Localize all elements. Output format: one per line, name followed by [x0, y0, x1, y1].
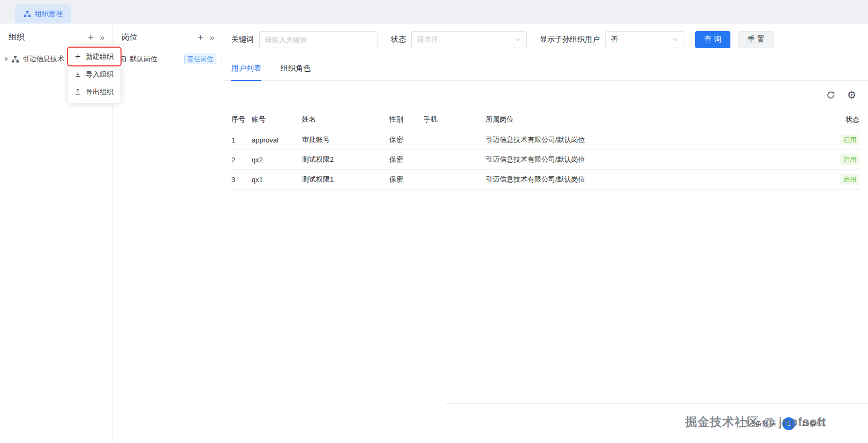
- keyword-input[interactable]: [259, 31, 378, 48]
- status-label: 状态: [391, 35, 406, 44]
- top-tab-bar: 组织管理: [0, 0, 868, 24]
- menu-item-export-organization[interactable]: 导出组织: [68, 83, 120, 101]
- position-item-label: 默认岗位: [130, 54, 157, 64]
- position-list-item[interactable]: 默认岗位 责任岗位: [113, 50, 222, 68]
- chevron-down-icon: [672, 36, 678, 43]
- table-row: 2 qx2 测试权限2 保密 引迈信息技术有限公司/默认岗位 启用: [231, 150, 859, 170]
- cell-position: 引迈信息技术有限公司/默认岗位: [486, 175, 827, 184]
- content-tabs: 用户列表 组织角色: [223, 56, 868, 81]
- cell-name: 测试权限2: [302, 155, 389, 164]
- collapse-panel-icon[interactable]: »: [100, 33, 104, 41]
- reset-button[interactable]: 重 置: [738, 31, 774, 48]
- chevron-down-icon: [515, 36, 521, 43]
- cell-name: 审批账号: [302, 135, 389, 145]
- menu-item-label: 导入组织: [86, 70, 114, 79]
- cell-index: 1: [231, 136, 252, 144]
- export-upload-icon: [74, 88, 81, 95]
- cell-index: 3: [231, 176, 252, 184]
- pagination-total: 共3条数据: [744, 419, 776, 429]
- filter-bar: 关键词 状态 请选择 显示子孙组织用户 否 查 询 重 置: [223, 24, 868, 56]
- add-position-icon[interactable]: +: [198, 33, 203, 42]
- responsible-position-tag: 责任岗位: [184, 54, 216, 64]
- status-select-placeholder: 请选择: [417, 35, 515, 44]
- user-table: 序号 账号 姓名 性别 手机 所属岗位 状态 1 approval 审批账号 保…: [223, 109, 868, 190]
- status-select[interactable]: 请选择: [411, 31, 527, 48]
- add-organization-icon[interactable]: +: [88, 33, 94, 42]
- menu-item-new-organization[interactable]: 新建组织: [68, 48, 120, 65]
- status-badge: 启用: [840, 134, 859, 145]
- collapse-position-panel-icon[interactable]: »: [210, 33, 214, 41]
- status-badge: 启用: [840, 174, 859, 185]
- org-chart-icon: [24, 10, 31, 18]
- col-account: 账号: [252, 115, 302, 124]
- cell-position: 引迈信息技术有限公司/默认岗位: [486, 135, 827, 145]
- cell-position: 引迈信息技术有限公司/默认岗位: [486, 155, 827, 164]
- org-tree-item-label: 引迈信息技术: [22, 54, 64, 64]
- organization-panel-header: 组织 + »: [0, 24, 112, 48]
- position-panel-header: 岗位 + »: [113, 24, 222, 48]
- pagination-bar: 共3条数据 1 10条/页: [446, 403, 868, 443]
- cell-account: qx1: [252, 176, 302, 184]
- keyword-label: 关键词: [231, 35, 254, 44]
- table-row: 3 qx1 测试权限1 保密 引迈信息技术有限公司/默认岗位 启用: [231, 170, 859, 190]
- gear-icon[interactable]: ⚙: [847, 90, 856, 100]
- tab-org-management[interactable]: 组织管理: [15, 4, 71, 24]
- descendant-users-label: 显示子孙组织用户: [540, 35, 600, 44]
- cell-index: 2: [231, 156, 252, 164]
- col-position: 所属岗位: [486, 115, 827, 124]
- cell-gender: 保密: [389, 155, 424, 164]
- descendant-users-select[interactable]: 否: [605, 31, 684, 48]
- status-badge: 启用: [840, 154, 859, 165]
- plus-icon: [74, 53, 81, 60]
- organization-panel-title: 组织: [9, 32, 88, 42]
- cell-account: qx2: [252, 156, 302, 164]
- pagination-page-1[interactable]: 1: [782, 417, 795, 430]
- cell-account: approval: [252, 136, 302, 144]
- cell-gender: 保密: [389, 135, 424, 145]
- position-panel: 岗位 + » 默认岗位 责任岗位: [113, 24, 222, 443]
- col-gender: 性别: [389, 115, 424, 124]
- tree-expand-caret-icon[interactable]: [5, 57, 8, 61]
- pagination-page-size[interactable]: 10条/页: [802, 419, 825, 429]
- organization-context-menu: 新建组织 导入组织 导出组织: [68, 46, 120, 103]
- col-name: 姓名: [302, 115, 389, 124]
- refresh-icon[interactable]: [826, 91, 835, 100]
- descendant-users-value: 否: [611, 35, 672, 44]
- menu-item-label: 导出组织: [86, 87, 114, 97]
- tab-label: 组织管理: [35, 9, 63, 19]
- tab-user-list[interactable]: 用户列表: [231, 56, 261, 80]
- main-content: 关键词 状态 请选择 显示子孙组织用户 否 查 询 重 置 用户列表 组织角色 …: [223, 24, 868, 443]
- menu-item-import-organization[interactable]: 导入组织: [68, 65, 120, 83]
- col-index: 序号: [231, 115, 252, 124]
- table-toolbar: ⚙: [223, 81, 868, 109]
- tab-org-roles[interactable]: 组织角色: [281, 56, 311, 80]
- org-node-icon: [11, 55, 19, 63]
- position-panel-title: 岗位: [122, 32, 198, 42]
- search-button[interactable]: 查 询: [695, 31, 730, 48]
- menu-item-label: 新建组织: [86, 52, 114, 62]
- table-row: 1 approval 审批账号 保密 引迈信息技术有限公司/默认岗位 启用: [231, 130, 859, 150]
- col-status: 状态: [827, 115, 859, 124]
- cell-name: 测试权限1: [302, 175, 389, 184]
- import-download-icon: [74, 71, 81, 78]
- table-header-row: 序号 账号 姓名 性别 手机 所属岗位 状态: [231, 109, 859, 130]
- col-phone: 手机: [424, 115, 486, 124]
- cell-gender: 保密: [389, 175, 424, 184]
